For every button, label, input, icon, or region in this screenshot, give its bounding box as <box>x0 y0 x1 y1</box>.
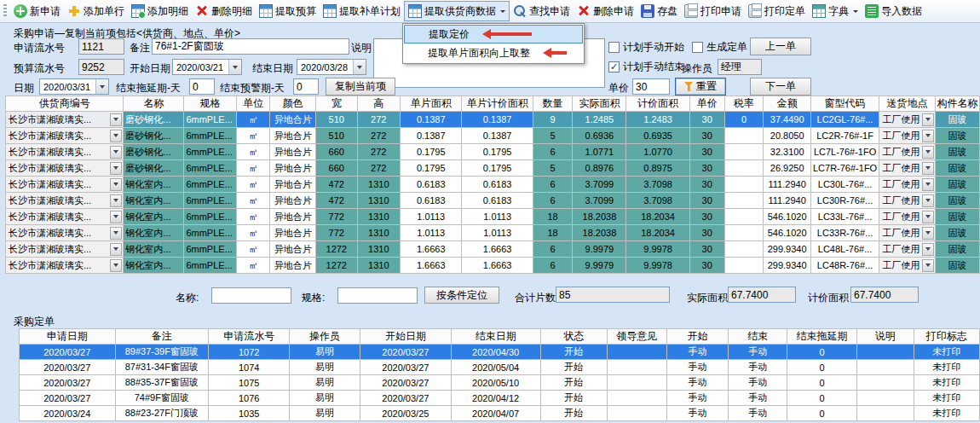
column-header[interactable]: 开始 <box>666 329 729 345</box>
cell[interactable]: ㎡ <box>237 128 270 144</box>
cell[interactable]: 660 <box>315 160 357 177</box>
cell[interactable]: 0 <box>787 406 856 421</box>
cell[interactable]: 钢化室内... <box>124 241 184 258</box>
cell[interactable]: 1076 <box>209 391 290 406</box>
cell[interactable]: 1.0113 <box>401 209 462 225</box>
cell[interactable]: 3.7099 <box>573 193 626 209</box>
cell[interactable]: 易明 <box>290 391 360 406</box>
cell[interactable]: 0.1795 <box>401 144 462 160</box>
unit-price-field[interactable] <box>632 78 670 95</box>
chevron-down-icon[interactable] <box>110 243 122 256</box>
remark-field[interactable] <box>152 38 349 55</box>
order-row[interactable]: 2020/03/2787#31-34F窗固玻1074易明2020/03/2720… <box>20 360 980 375</box>
cell[interactable] <box>724 193 764 209</box>
cell[interactable]: 5 <box>533 128 573 144</box>
cell[interactable]: LC30L-76#... <box>810 177 879 193</box>
cell[interactable]: 异地合片 <box>270 144 316 160</box>
column-header[interactable]: 单价 <box>689 96 724 112</box>
column-header[interactable]: 送货地点 <box>879 96 936 112</box>
cell[interactable]: 6mmPLE... <box>184 144 237 160</box>
column-header[interactable]: 备注 <box>115 329 209 345</box>
cell[interactable]: 9.9978 <box>626 241 689 258</box>
column-header[interactable]: 单片面积 <box>401 96 462 112</box>
column-header[interactable]: 单片计价面积 <box>462 96 533 112</box>
order-row[interactable]: 2020/03/2788#35-37F窗固玻1075易明2020/03/2720… <box>20 375 980 391</box>
cell[interactable]: 磨砂钢化... <box>124 112 184 128</box>
cell[interactable]: 772 <box>315 225 357 241</box>
combo-cell[interactable]: 长沙市潇湘玻璃实... <box>6 209 124 225</box>
cell[interactable]: 易明 <box>290 360 360 375</box>
combo-cell[interactable]: 工厂使用 <box>879 160 936 177</box>
cell[interactable] <box>856 360 914 375</box>
toolbar-button-extract-supplier-data[interactable]: 提取供货商数据 <box>404 1 510 21</box>
cell[interactable]: 9 <box>533 112 573 128</box>
cell[interactable]: 272 <box>357 144 400 160</box>
detail-row[interactable]: 长沙市潇湘玻璃实...钢化室内...6mmPLE...㎡异地合片77213101… <box>6 209 980 225</box>
cell[interactable]: ㎡ <box>237 112 270 128</box>
cell[interactable] <box>724 225 764 241</box>
cell[interactable]: 18 <box>533 225 573 241</box>
cell[interactable] <box>608 375 666 391</box>
column-header[interactable]: 宽 <box>315 96 357 112</box>
cell[interactable]: 111.2940 <box>764 193 811 209</box>
cell[interactable]: 0.6183 <box>401 177 462 193</box>
cell[interactable]: 26.9250 <box>764 160 811 177</box>
cell[interactable]: 6mmPLE... <box>184 160 237 177</box>
cell[interactable]: LC48R-76#... <box>810 258 879 274</box>
combo-cell[interactable]: 长沙市潇湘玻璃实... <box>6 193 124 209</box>
cell[interactable]: 88#35-37F窗固玻 <box>115 375 209 391</box>
cell[interactable]: 0.1795 <box>401 160 462 177</box>
cell[interactable]: 开始 <box>540 406 608 421</box>
cell[interactable]: 2020/04/07 <box>451 406 540 421</box>
toolbar-button-extract-budget[interactable]: 提取预算 <box>256 1 320 21</box>
cell[interactable]: 30 <box>689 128 724 144</box>
cell[interactable]: 6mmPLE... <box>184 225 237 241</box>
chevron-down-icon[interactable] <box>922 130 934 142</box>
cell[interactable]: 1310 <box>357 225 400 241</box>
start-date-combo[interactable]: 2020/03/21 <box>172 59 242 75</box>
cell[interactable]: 固玻 <box>935 128 979 144</box>
manual-start-checkbox[interactable]: 计划手动开始 <box>608 40 684 55</box>
cell[interactable]: ㎡ <box>237 209 270 225</box>
cell[interactable]: ㎡ <box>237 241 270 258</box>
cell[interactable]: 30 <box>689 112 724 128</box>
combo-cell[interactable]: 工厂使用 <box>879 112 936 128</box>
chevron-down-icon[interactable] <box>110 130 122 142</box>
column-header[interactable]: 结束日期 <box>451 329 540 345</box>
combo-cell[interactable]: 工厂使用 <box>879 225 936 241</box>
cell[interactable]: 易明 <box>290 375 360 391</box>
combo-cell[interactable]: 工厂使用 <box>879 128 936 144</box>
chevron-down-icon[interactable] <box>110 162 122 175</box>
combo-cell[interactable]: 长沙市潇湘玻璃实... <box>6 128 124 144</box>
cell[interactable]: 1.0770 <box>626 144 689 160</box>
detail-row[interactable]: 长沙市潇湘玻璃实...钢化室内...6mmPLE...㎡异地合片47213100… <box>6 193 980 209</box>
cell[interactable]: 9.9979 <box>573 241 626 258</box>
cell[interactable]: 6mmPLE... <box>184 128 237 144</box>
combo-cell[interactable]: 长沙市潇湘玻璃实... <box>6 177 124 193</box>
cell[interactable]: 1.6663 <box>462 258 533 274</box>
cell[interactable]: 2020/04/30 <box>451 345 540 360</box>
cell[interactable]: 1310 <box>357 209 400 225</box>
combo-cell[interactable]: 工厂使用 <box>879 144 936 160</box>
cell[interactable]: 手动 <box>666 360 729 375</box>
cell[interactable]: LC33R-76#... <box>810 225 879 241</box>
toolbar-button-delete-detail[interactable]: 删除明细 <box>192 1 256 21</box>
cell[interactable]: 1074 <box>209 360 290 375</box>
cell[interactable]: 手动 <box>729 360 787 375</box>
order-row[interactable]: 2020/03/2488#23-27F门顶玻1035易明2020/03/2520… <box>20 406 980 421</box>
chevron-down-icon[interactable] <box>228 60 241 74</box>
cell[interactable]: 钢化室内... <box>124 209 184 225</box>
toolbar-button-dictionary[interactable]: 字典 <box>809 1 862 21</box>
combo-cell[interactable]: 工厂使用 <box>879 193 936 209</box>
cell[interactable]: 9.9979 <box>573 258 626 274</box>
column-header[interactable]: 规格 <box>184 96 237 112</box>
cell[interactable]: 772 <box>315 209 357 225</box>
cell[interactable]: 0.6183 <box>462 177 533 193</box>
cell[interactable]: 手动 <box>666 345 729 360</box>
previous-order-button[interactable]: 上一单 <box>750 38 811 55</box>
cell[interactable]: 2020/03/24 <box>20 406 116 421</box>
cell[interactable]: 固玻 <box>935 177 979 193</box>
cell[interactable]: 6mmPLE... <box>184 193 237 209</box>
cell[interactable]: 异地合片 <box>270 193 316 209</box>
combo-cell[interactable]: 工厂使用 <box>879 177 936 193</box>
